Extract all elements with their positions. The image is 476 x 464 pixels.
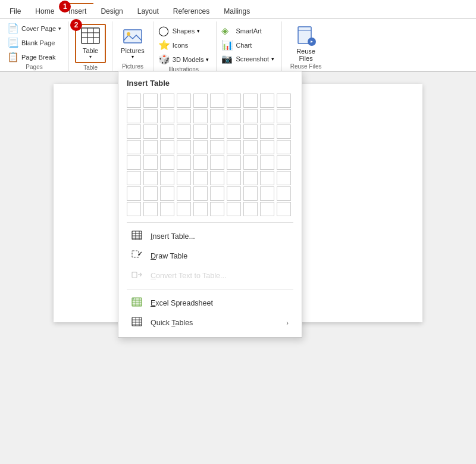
grid-cell-5-3[interactable] (177, 171, 191, 185)
grid-cell-2-6[interactable] (227, 124, 241, 139)
grid-cell-5-9[interactable] (277, 171, 291, 185)
grid-cell-1-3[interactable] (177, 109, 191, 123)
tab-references[interactable]: References (166, 4, 217, 18)
grid-cell-4-1[interactable] (143, 155, 158, 170)
grid-cell-4-6[interactable] (227, 155, 241, 170)
grid-cell-5-1[interactable] (143, 171, 158, 185)
grid-cell-2-9[interactable] (277, 124, 291, 139)
grid-cell-1-5[interactable] (210, 109, 224, 123)
excel-spreadsheet-menu-item[interactable]: X Excel Spreadsheet (127, 293, 293, 313)
grid-cell-5-5[interactable] (210, 171, 224, 185)
grid-cell-1-1[interactable] (143, 109, 158, 123)
grid-cell-4-2[interactable] (160, 155, 174, 170)
grid-cell-4-8[interactable] (260, 155, 274, 170)
grid-cell-7-0[interactable] (127, 202, 141, 216)
grid-cell-1-9[interactable] (277, 109, 291, 123)
grid-cell-0-7[interactable] (243, 94, 258, 108)
grid-cell-6-1[interactable] (143, 186, 158, 201)
blank-page-btn[interactable]: 📃 Blank Page (5, 36, 64, 49)
grid-cell-1-8[interactable] (260, 109, 274, 123)
grid-cell-4-9[interactable] (277, 155, 291, 170)
grid-cell-5-4[interactable] (193, 171, 208, 185)
grid-cell-2-1[interactable] (143, 124, 158, 139)
grid-cell-7-4[interactable] (193, 202, 208, 216)
grid-cell-3-2[interactable] (160, 140, 174, 154)
grid-cell-0-5[interactable] (210, 94, 224, 108)
tab-layout[interactable]: Layout (130, 4, 166, 18)
grid-cell-2-4[interactable] (193, 124, 208, 139)
grid-cell-7-6[interactable] (227, 202, 241, 216)
grid-cell-7-8[interactable] (260, 202, 274, 216)
grid-cell-6-2[interactable] (160, 186, 174, 201)
grid-cell-5-2[interactable] (160, 171, 174, 185)
grid-cell-0-3[interactable] (177, 94, 191, 108)
grid-cell-2-3[interactable] (177, 124, 191, 139)
grid-cell-2-2[interactable] (160, 124, 174, 139)
grid-cell-6-5[interactable] (210, 186, 224, 201)
tab-home[interactable]: Home (28, 4, 61, 18)
grid-cell-0-2[interactable] (160, 94, 174, 108)
grid-cell-0-9[interactable] (277, 94, 291, 108)
grid-cell-0-6[interactable] (227, 94, 241, 108)
grid-cell-1-2[interactable] (160, 109, 174, 123)
reuse-files-btn[interactable]: ReuseFiles (288, 24, 324, 63)
quick-tables-menu-item[interactable]: Quick Tables › (127, 313, 293, 332)
grid-cell-1-6[interactable] (227, 109, 241, 123)
draw-table-menu-item[interactable]: Draw Table (127, 246, 293, 266)
grid-cell-7-1[interactable] (143, 202, 158, 216)
grid-cell-4-0[interactable] (127, 155, 141, 170)
tab-design[interactable]: Design (93, 4, 130, 18)
grid-cell-5-6[interactable] (227, 171, 241, 185)
grid-cell-6-6[interactable] (227, 186, 241, 201)
grid-cell-2-7[interactable] (243, 124, 258, 139)
grid-cell-6-9[interactable] (277, 186, 291, 201)
grid-cell-3-4[interactable] (193, 140, 208, 154)
grid-cell-4-3[interactable] (177, 155, 191, 170)
grid-cell-5-0[interactable] (127, 171, 141, 185)
convert-text-menu-item[interactable]: Convert Text to Table... (127, 266, 293, 285)
pictures-btn[interactable]: Pictures ▾ (116, 24, 149, 63)
insert-table-menu-item[interactable]: Insert Table... (127, 226, 293, 246)
grid-cell-1-7[interactable] (243, 109, 258, 123)
grid-cell-7-5[interactable] (210, 202, 224, 216)
grid-cell-5-7[interactable] (243, 171, 258, 185)
grid-cell-7-2[interactable] (160, 202, 174, 216)
grid-cell-3-1[interactable] (143, 140, 158, 154)
shapes-btn[interactable]: ◯ Shapes ▾ (156, 24, 212, 38)
3d-models-btn[interactable]: 🎲 3D Models ▾ (156, 52, 212, 66)
smartart-btn[interactable]: ◈ SmartArt (219, 24, 277, 38)
grid-cell-6-7[interactable] (243, 186, 258, 201)
grid-cell-0-8[interactable] (260, 94, 274, 108)
grid-cell-2-0[interactable] (127, 124, 141, 139)
grid-cell-0-4[interactable] (193, 94, 208, 108)
grid-cell-1-0[interactable] (127, 109, 141, 123)
grid-cell-7-7[interactable] (243, 202, 258, 216)
grid-cell-6-0[interactable] (127, 186, 141, 201)
grid-cell-1-4[interactable] (193, 109, 208, 123)
screenshot-btn[interactable]: 📷 Screenshot ▾ (219, 52, 277, 66)
tab-mailings[interactable]: Mailings (217, 4, 257, 18)
grid-cell-2-5[interactable] (210, 124, 224, 139)
grid-cell-3-0[interactable] (127, 140, 141, 154)
grid-cell-6-3[interactable] (177, 186, 191, 201)
grid-cell-6-8[interactable] (260, 186, 274, 201)
grid-cell-3-6[interactable] (227, 140, 241, 154)
grid-cell-6-4[interactable] (193, 186, 208, 201)
grid-cell-3-5[interactable] (210, 140, 224, 154)
grid-cell-4-4[interactable] (193, 155, 208, 170)
page-break-btn[interactable]: 📋 Page Break (5, 50, 64, 64)
grid-cell-3-3[interactable] (177, 140, 191, 154)
grid-cell-2-8[interactable] (260, 124, 274, 139)
grid-cell-3-8[interactable] (260, 140, 274, 154)
grid-cell-4-5[interactable] (210, 155, 224, 170)
icons-btn[interactable]: ⭐ Icons (156, 38, 212, 52)
grid-cell-3-7[interactable] (243, 140, 258, 154)
grid-cell-0-1[interactable] (143, 94, 158, 108)
grid-cell-3-9[interactable] (277, 140, 291, 154)
chart-btn[interactable]: 📊 Chart (219, 38, 277, 52)
grid-cell-7-9[interactable] (277, 202, 291, 216)
grid-cell-4-7[interactable] (243, 155, 258, 170)
grid-cell-7-3[interactable] (177, 202, 191, 216)
tab-file[interactable]: File (2, 4, 28, 18)
grid-cell-5-8[interactable] (260, 171, 274, 185)
